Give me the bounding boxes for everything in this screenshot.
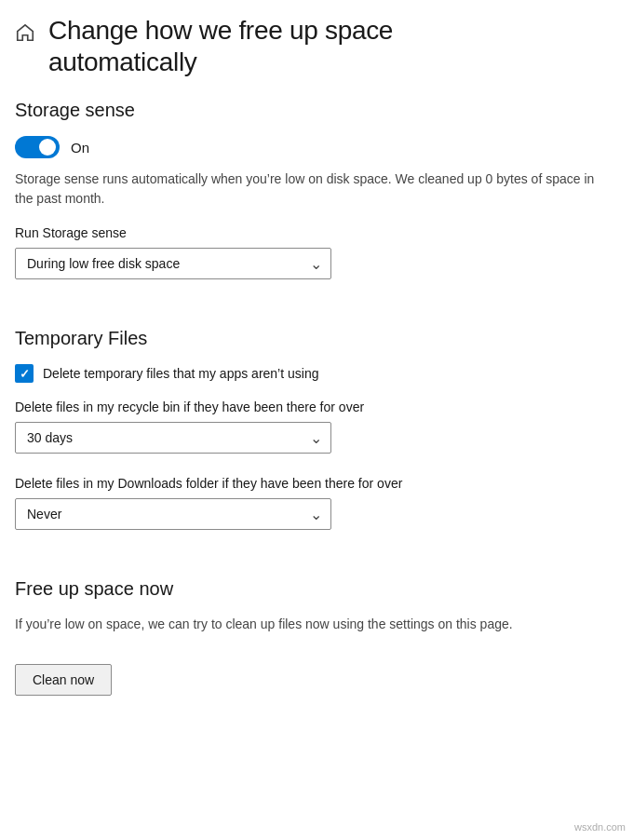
run-storage-sense-dropdown-wrapper: Every day Every week Every month During … [15,248,331,279]
toggle-row: On [15,136,614,158]
downloads-dropdown-wrapper: 1 day 14 days 30 days 60 days Never ⌄ [15,498,331,530]
watermark: wsxdn.com [574,821,626,833]
home-icon [15,22,35,43]
delete-temp-label: Delete temporary files that my apps aren… [43,366,318,381]
temporary-files-section: Temporary Files ✓ Delete temporary files… [15,328,614,552]
page-title: Change how we free up space automaticall… [48,15,393,77]
free-space-section: Free up space now If you’re low on space… [15,578,614,696]
storage-sense-title: Storage sense [15,100,614,121]
recycle-bin-dropdown[interactable]: 1 day 14 days 30 days 60 days Never [15,422,331,454]
checkmark-icon: ✓ [20,368,30,380]
toggle-track [15,136,60,158]
delete-temp-row: ✓ Delete temporary files that my apps ar… [15,364,614,383]
free-space-title: Free up space now [15,578,614,600]
temp-files-title: Temporary Files [15,328,614,349]
downloads-label: Delete files in my Downloads folder if t… [15,476,614,491]
run-storage-sense-dropdown[interactable]: Every day Every week Every month During … [15,248,331,279]
toggle-label: On [71,140,89,156]
recycle-bin-label: Delete files in my recycle bin if they h… [15,400,614,414]
recycle-bin-dropdown-wrapper: 1 day 14 days 30 days 60 days Never ⌄ [15,422,331,454]
page-container: Change how we free up space automaticall… [0,0,633,724]
storage-sense-description: Storage sense runs automatically when yo… [15,169,614,209]
toggle-thumb [39,139,56,156]
run-storage-sense-label: Run Storage sense [15,225,614,240]
delete-temp-checkbox[interactable]: ✓ [15,364,34,383]
home-icon-wrap[interactable] [15,22,35,46]
free-space-description: If you’re low on space, we can try to cl… [15,615,614,634]
clean-now-button[interactable]: Clean now [15,664,112,696]
header-area: Change how we free up space automaticall… [15,15,614,77]
storage-sense-section: Storage sense On Storage sense runs auto… [15,100,614,302]
downloads-dropdown[interactable]: 1 day 14 days 30 days 60 days Never [15,498,331,530]
storage-sense-toggle[interactable] [15,136,60,158]
